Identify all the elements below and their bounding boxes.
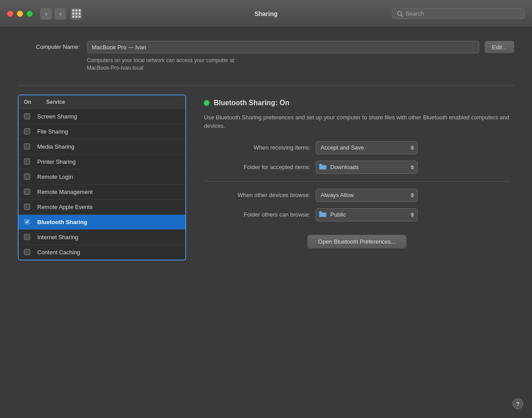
remote-management-label: Remote Management: [37, 189, 93, 195]
titlebar: ‹ › Sharing: [0, 0, 532, 28]
detail-title-row: Bluetooth Sharing: On: [204, 99, 510, 107]
file-sharing-checkbox[interactable]: [24, 128, 30, 134]
computer-name-section: Computer Name: Edit... Computers on your…: [18, 41, 514, 72]
browse-select-wrapper: Always Allow Ask What to Do Never Allow: [316, 189, 418, 202]
screen-sharing-label: Screen Sharing: [37, 113, 77, 120]
back-button[interactable]: ‹: [40, 8, 52, 20]
browse-label: When other devices browse:: [204, 192, 310, 198]
detail-description: Use Bluetooth Sharing preferences and se…: [204, 113, 510, 130]
accepted-folder-label: Folder for accepted items:: [204, 164, 310, 170]
sidebar-item-content-caching[interactable]: Content Caching: [19, 245, 185, 260]
receiving-select[interactable]: Accept and Save Accept and Open Ask What…: [316, 141, 418, 154]
computer-name-right: Edit... Computers on your local network …: [87, 41, 514, 72]
file-sharing-label: File Sharing: [37, 128, 68, 135]
browse-folder-row: Folder others can browse: Public Other..…: [204, 208, 510, 221]
media-sharing-checkbox[interactable]: [24, 143, 30, 150]
remote-apple-events-checkbox[interactable]: [24, 204, 30, 210]
content-caching-checkbox[interactable]: [24, 249, 30, 255]
sidebar-item-screen-sharing[interactable]: Screen Sharing: [19, 109, 185, 124]
open-bluetooth-preferences-button[interactable]: Open Bluetooth Preferences...: [307, 235, 407, 248]
sidebar-item-remote-login[interactable]: Remote Login: [19, 170, 185, 185]
sidebar-item-printer-sharing[interactable]: Printer Sharing: [19, 154, 185, 170]
remote-management-checkbox[interactable]: [24, 189, 30, 195]
service-list-header: On Service: [19, 95, 185, 109]
local-address: Computers on your local network can acce…: [87, 57, 514, 72]
checkmark-icon: ✓: [25, 220, 29, 225]
sidebar-item-remote-management[interactable]: Remote Management: [19, 185, 185, 200]
col-service-header: Service: [46, 99, 65, 105]
remote-login-label: Remote Login: [37, 174, 73, 180]
search-bar[interactable]: [392, 8, 525, 19]
main-panel: On Service Screen Sharing File Sharing M…: [18, 95, 514, 325]
svg-line-1: [401, 15, 403, 16]
browse-folder-select-wrapper: Public Other...: [316, 208, 418, 221]
internet-sharing-label: Internet Sharing: [37, 234, 78, 241]
maximize-button[interactable]: [27, 11, 33, 17]
accepted-folder-select[interactable]: Downloads Desktop Documents Other...: [316, 161, 418, 174]
help-button[interactable]: ?: [512, 398, 523, 409]
sidebar-item-internet-sharing[interactable]: Internet Sharing: [19, 230, 185, 245]
receiving-setting-row: When receiving items: Accept and Save Ac…: [204, 141, 510, 154]
sidebar-item-bluetooth-sharing[interactable]: ✓ Bluetooth Sharing: [19, 215, 185, 230]
detail-divider: [204, 181, 510, 181]
remote-login-checkbox[interactable]: [24, 174, 30, 180]
receiving-select-wrapper: Accept and Save Accept and Open Ask What…: [316, 141, 418, 154]
forward-button[interactable]: ›: [54, 8, 66, 20]
grid-icon: [72, 9, 81, 18]
window-title: Sharing: [254, 10, 278, 17]
browse-folder-select[interactable]: Public Other...: [316, 208, 418, 221]
bluetooth-sharing-label: Bluetooth Sharing: [37, 219, 87, 225]
local-address-line1: Computers on your local network can acce…: [87, 57, 235, 63]
section-divider-top: [18, 85, 514, 86]
bottom-section: Open Bluetooth Preferences...: [204, 235, 510, 248]
close-button[interactable]: [7, 11, 13, 17]
status-dot-on: [204, 100, 209, 106]
browse-folder-label: Folder others can browse:: [204, 211, 310, 218]
nav-buttons: ‹ ›: [40, 8, 66, 20]
sidebar-item-remote-apple-events[interactable]: Remote Apple Events: [19, 200, 185, 215]
col-on-header: On: [24, 99, 46, 105]
search-icon: [397, 11, 403, 17]
sidebar-item-file-sharing[interactable]: File Sharing: [19, 124, 185, 139]
computer-name-input[interactable]: [87, 41, 479, 53]
grid-view-button[interactable]: [70, 8, 82, 20]
minimize-button[interactable]: [17, 11, 23, 17]
media-sharing-label: Media Sharing: [37, 143, 74, 150]
printer-sharing-checkbox[interactable]: [24, 158, 30, 165]
printer-sharing-label: Printer Sharing: [37, 158, 76, 165]
computer-name-label: Computer Name:: [18, 41, 80, 50]
edit-button[interactable]: Edit...: [485, 41, 514, 53]
computer-name-input-row: Edit...: [87, 41, 514, 53]
screen-sharing-checkbox[interactable]: [24, 113, 30, 119]
content-area: Computer Name: Edit... Computers on your…: [0, 28, 532, 334]
bluetooth-sharing-checkbox[interactable]: ✓: [24, 219, 30, 225]
search-input[interactable]: [406, 10, 520, 17]
remote-apple-events-label: Remote Apple Events: [37, 204, 93, 210]
service-list: On Service Screen Sharing File Sharing M…: [18, 95, 186, 260]
accepted-folder-row: Folder for accepted items: Downloads Des…: [204, 161, 510, 174]
local-address-line2: MacBook-Pro-Ivan.local: [87, 65, 143, 71]
content-caching-label: Content Caching: [37, 249, 80, 256]
traffic-lights: [7, 11, 33, 17]
browse-select[interactable]: Always Allow Ask What to Do Never Allow: [316, 189, 418, 202]
detail-panel: Bluetooth Sharing: On Use Bluetooth Shar…: [195, 95, 514, 325]
internet-sharing-checkbox[interactable]: [24, 234, 30, 240]
receiving-label: When receiving items:: [204, 144, 310, 151]
accepted-folder-select-wrapper: Downloads Desktop Documents Other...: [316, 161, 418, 174]
detail-title: Bluetooth Sharing: On: [214, 99, 289, 107]
browse-setting-row: When other devices browse: Always Allow …: [204, 189, 510, 202]
sidebar-item-media-sharing[interactable]: Media Sharing: [19, 139, 185, 154]
